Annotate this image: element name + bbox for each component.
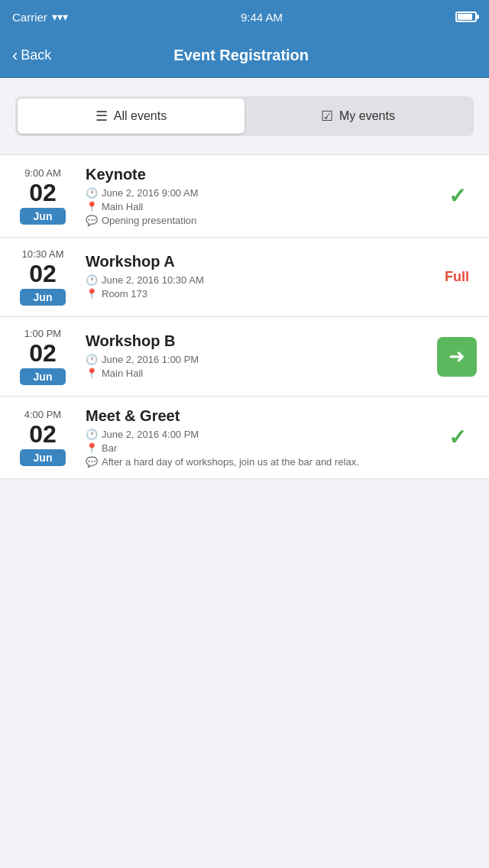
full-badge: Full: [445, 269, 469, 285]
my-events-label: My events: [339, 109, 395, 123]
event-time-workshop-b: 1:00 PM: [24, 328, 61, 339]
event-location-label: Main Hall: [102, 368, 143, 379]
back-label: Back: [21, 47, 51, 63]
all-events-tab[interactable]: ☰ All events: [18, 99, 244, 134]
check-square-icon: ☑: [321, 108, 333, 125]
back-chevron-icon: ‹: [12, 47, 18, 64]
status-bar: Carrier ▾▾▾ 9:44 AM: [0, 0, 489, 34]
my-events-tab[interactable]: ☑ My events: [244, 99, 471, 134]
location-icon: 📍: [86, 368, 98, 379]
clock-icon: 🕐: [86, 354, 98, 365]
event-details-keynote: Keynote 🕐 June 2, 2016 9:00 AM 📍 Main Ha…: [86, 166, 431, 226]
event-details-workshop-b: Workshop B 🕐 June 2, 2016 1:00 PM 📍 Main…: [86, 332, 431, 381]
event-time-workshop-a: 10:30 AM: [22, 248, 64, 260]
event-details-meet-greet: Meet & Greet 🕐 June 2, 2016 4:00 PM 📍 Ba…: [86, 407, 431, 468]
event-note-label: After a hard day of workshops, join us a…: [102, 456, 359, 468]
event-month-workshop-a: Jun: [20, 289, 66, 306]
nav-bar: ‹ Back Event Registration: [0, 34, 489, 78]
event-details-workshop-a: Workshop A 🕐 June 2, 2016 10:30 AM 📍 Roo…: [86, 253, 431, 302]
carrier-label: Carrier: [12, 11, 47, 24]
event-location-label: Main Hall: [102, 201, 143, 212]
event-month-keynote: Jun: [20, 208, 66, 225]
date-block-keynote: 9:00 AM 02 Jun: [12, 167, 73, 225]
wifi-icon: ▾▾▾: [52, 11, 68, 23]
location-icon: 📍: [86, 288, 98, 300]
comment-icon: 💬: [86, 215, 98, 226]
location-icon: 📍: [86, 442, 98, 454]
location-icon: 📍: [86, 201, 98, 212]
carrier-info: Carrier ▾▾▾: [12, 11, 68, 24]
status-area-workshop-b[interactable]: ➜: [437, 337, 477, 377]
segment-control: ☰ All events ☑ My events: [15, 96, 474, 136]
event-datetime-keynote: 🕐 June 2, 2016 9:00 AM: [86, 187, 431, 199]
event-location-label: Room 173: [102, 288, 147, 300]
event-month-meet-greet: Jun: [20, 449, 66, 466]
segment-container: ☰ All events ☑ My events: [0, 78, 489, 148]
register-arrow-icon: ➜: [449, 345, 465, 368]
event-title-keynote: Keynote: [86, 166, 431, 183]
status-area-meet-greet: ✓: [437, 425, 477, 450]
list-icon: ☰: [96, 108, 108, 125]
event-location-label: Bar: [102, 442, 117, 454]
event-location-workshop-a: 📍 Room 173: [86, 288, 431, 300]
event-datetime-label: June 2, 2016 9:00 AM: [102, 187, 198, 199]
date-block-meet-greet: 4:00 PM 02 Jun: [12, 409, 73, 466]
event-title-workshop-a: Workshop A: [86, 253, 431, 270]
page-title: Event Registration: [51, 47, 431, 64]
event-day-workshop-b: 02: [29, 341, 57, 365]
clock: 9:44 AM: [241, 11, 283, 24]
event-datetime-label: June 2, 2016 1:00 PM: [102, 354, 199, 365]
status-area-workshop-a: Full: [437, 269, 477, 285]
date-block-workshop-b: 1:00 PM 02 Jun: [12, 328, 73, 385]
event-datetime-meet-greet: 🕐 June 2, 2016 4:00 PM: [86, 429, 431, 440]
event-location-meet-greet: 📍 Bar: [86, 442, 431, 454]
registered-icon: ✓: [449, 183, 466, 209]
event-item-keynote: 9:00 AM 02 Jun Keynote 🕐 June 2, 2016 9:…: [0, 154, 489, 237]
event-day-meet-greet: 02: [29, 422, 57, 446]
event-time-meet-greet: 4:00 PM: [24, 409, 61, 420]
event-list: 9:00 AM 02 Jun Keynote 🕐 June 2, 2016 9:…: [0, 148, 489, 485]
event-datetime-label: June 2, 2016 10:30 AM: [102, 274, 204, 286]
event-datetime-workshop-b: 🕐 June 2, 2016 1:00 PM: [86, 354, 431, 365]
event-item-workshop-b: 1:00 PM 02 Jun Workshop B 🕐 June 2, 2016…: [0, 316, 489, 396]
event-item-workshop-a: 10:30 AM 02 Jun Workshop A 🕐 June 2, 201…: [0, 237, 489, 316]
event-note-label: Opening presentation: [102, 215, 196, 226]
event-day-keynote: 02: [29, 180, 57, 205]
clock-icon: 🕐: [86, 274, 98, 286]
comment-icon: 💬: [86, 456, 98, 468]
event-note-meet-greet: 💬 After a hard day of workshops, join us…: [86, 456, 431, 468]
event-month-workshop-b: Jun: [20, 368, 66, 385]
event-location-workshop-b: 📍 Main Hall: [86, 368, 431, 379]
event-title-workshop-b: Workshop B: [86, 332, 431, 350]
status-area-keynote: ✓: [437, 183, 477, 209]
all-events-label: All events: [114, 109, 167, 123]
clock-icon: 🕐: [86, 429, 98, 440]
event-datetime-label: June 2, 2016 4:00 PM: [102, 429, 199, 440]
clock-icon: 🕐: [86, 187, 98, 199]
event-note-keynote: 💬 Opening presentation: [86, 215, 431, 226]
register-button-workshop-b[interactable]: ➜: [437, 337, 477, 377]
battery-icon: [455, 11, 477, 22]
event-location-keynote: 📍 Main Hall: [86, 201, 431, 212]
event-datetime-workshop-a: 🕐 June 2, 2016 10:30 AM: [86, 274, 431, 286]
registered-icon: ✓: [449, 425, 466, 450]
event-title-meet-greet: Meet & Greet: [86, 407, 431, 425]
event-item-meet-greet: 4:00 PM 02 Jun Meet & Greet 🕐 June 2, 20…: [0, 396, 489, 479]
back-button[interactable]: ‹ Back: [12, 47, 51, 64]
event-day-workshop-a: 02: [29, 261, 57, 286]
event-time-keynote: 9:00 AM: [24, 167, 61, 179]
date-block-workshop-a: 10:30 AM 02 Jun: [12, 248, 73, 306]
